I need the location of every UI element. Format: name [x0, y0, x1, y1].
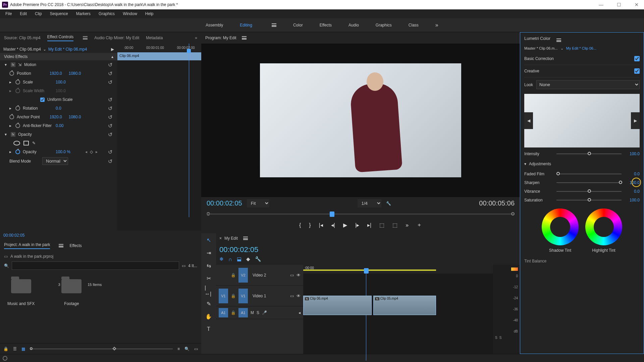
workspace-effects[interactable]: Effects [320, 23, 332, 27]
twirl-right-icon[interactable]: ▸ [9, 80, 13, 84]
sequence-name[interactable]: My Edit [224, 236, 238, 241]
play-button[interactable]: ▶ [343, 222, 347, 228]
rect-mask-icon[interactable] [23, 141, 29, 145]
reset-position-button[interactable] [108, 70, 114, 76]
twirl-right-icon[interactable]: ▸ [9, 149, 13, 154]
list-view-icon[interactable]: ☰ [13, 347, 17, 351]
reset-motion-button[interactable] [108, 62, 114, 68]
mute-button[interactable]: M [251, 310, 254, 315]
menu-window[interactable]: Window [119, 10, 141, 17]
video-effects-header[interactable]: Video Effects ▴ [0, 53, 117, 60]
stopwatch-icon[interactable] [15, 80, 20, 84]
new-bin-icon[interactable]: ▭ [182, 263, 185, 268]
workspace-assembly[interactable]: Assembly [206, 23, 223, 27]
vibrance-slider[interactable] [556, 191, 622, 192]
source-tabs-overflow-icon[interactable]: » [195, 36, 197, 40]
menu-markers[interactable]: Markers [73, 10, 94, 17]
reset-opacity-section-button[interactable] [108, 131, 114, 137]
timeline-menu-icon[interactable] [243, 237, 248, 240]
lumetri-menu-icon[interactable] [556, 39, 561, 42]
fx-badge[interactable]: fx [11, 62, 15, 67]
menu-sequence[interactable]: Sequence [47, 10, 71, 17]
toggle-output-icon[interactable]: ▭ [290, 273, 294, 278]
project-panel-menu-icon[interactable] [59, 244, 63, 247]
chevron-down-icon[interactable]: ⌄ [560, 46, 564, 51]
intensity-value[interactable]: 100.0 [625, 152, 640, 156]
workspace-editing[interactable]: Editing [240, 23, 252, 27]
workspace-audio[interactable]: Audio [348, 23, 359, 27]
linked-selection-icon[interactable]: ∩ [228, 256, 232, 262]
ec-timeline[interactable]: :00:00 00:00:01:00 00:00:02:00 Clip 06.m… [117, 44, 201, 231]
go-to-out-icon[interactable]: ▸| [367, 222, 371, 228]
close-sequence-icon[interactable]: × [219, 236, 222, 241]
transport-overflow-icon[interactable]: » [406, 222, 409, 228]
go-to-in-icon[interactable]: |◂ [319, 222, 323, 228]
razor-tool[interactable]: ✂ [205, 274, 213, 282]
tab-audio-mixer[interactable]: Audio Clip Mixer: My Edit [94, 36, 139, 40]
effect-controls-menu-icon[interactable] [83, 36, 88, 40]
saturation-value[interactable]: 100.0 [625, 198, 640, 202]
marker-icon[interactable]: ◆ [246, 256, 250, 262]
reset-opacity-button[interactable] [108, 149, 114, 155]
twirl-down-icon[interactable]: ▾ [5, 132, 8, 137]
collapse-icon[interactable]: ▴ [111, 54, 113, 59]
pen-tool[interactable]: ✎ [205, 300, 213, 308]
timeline-clip-area[interactable]: :00:00 fxClip 06.mp4 fxClip 05.mp4 [303, 265, 493, 354]
tab-source[interactable]: Source: Clip 05.mp4 [4, 36, 41, 40]
a1-source[interactable]: A1 [219, 308, 228, 317]
fit-select[interactable]: Fit [247, 199, 269, 207]
scrub-track[interactable] [207, 214, 515, 215]
faded-film-slider[interactable] [556, 174, 622, 174]
hand-tool[interactable]: ✋ [205, 312, 213, 320]
mark-out-icon[interactable]: } [309, 222, 311, 228]
blend-mode-select[interactable]: Normal [42, 157, 68, 165]
timeline-ruler[interactable]: :00:00 [303, 265, 493, 274]
color-wheel-icon[interactable] [542, 208, 579, 245]
menu-file[interactable]: File [2, 10, 15, 17]
program-viewer[interactable] [201, 44, 520, 197]
stopwatch-icon[interactable] [9, 115, 14, 119]
timeline-timecode[interactable]: 00:00:02:05 [216, 243, 520, 256]
sort-icon[interactable]: ≡ [177, 347, 180, 351]
workspace-overflow-icon[interactable]: » [435, 22, 438, 28]
menu-help[interactable]: Help [142, 10, 157, 17]
step-forward-icon[interactable]: |▸ [355, 222, 359, 228]
find-icon[interactable]: 🔍 [184, 347, 190, 351]
reset-anchor-button[interactable] [108, 114, 114, 120]
shadow-tint-wheel[interactable]: Shadow Tint [542, 208, 579, 253]
minimize-button[interactable]: — [599, 2, 603, 7]
sharpen-value[interactable]: 100.0 [625, 180, 640, 185]
twirl-right-icon[interactable]: ▸ [9, 123, 13, 128]
menu-edit[interactable]: Edit [16, 10, 30, 17]
position-y[interactable]: 1080.0 [69, 71, 81, 76]
faded-film-value[interactable]: 0.0 [625, 172, 640, 176]
anchor-x[interactable]: 1920.0 [50, 115, 62, 119]
step-back-icon[interactable]: ◂| [331, 222, 335, 228]
pen-mask-icon[interactable]: ✎ [32, 141, 36, 145]
twirl-right-icon[interactable]: ▸ [9, 106, 13, 111]
mark-in-icon[interactable]: { [299, 222, 301, 228]
lock-icon[interactable]: 🔒 [231, 294, 236, 298]
stopwatch-icon[interactable] [9, 71, 14, 76]
selection-tool[interactable]: ↖ [205, 236, 213, 244]
scale-value[interactable]: 100.0 [56, 80, 66, 84]
toggle-output-icon[interactable]: ▭ [290, 294, 294, 298]
rotation-value[interactable]: 0.0 [56, 106, 61, 111]
reset-scale-button[interactable] [108, 79, 114, 85]
program-scrubber[interactable] [207, 209, 515, 219]
stopwatch-active-icon[interactable] [15, 149, 20, 154]
workspace-options-icon[interactable] [272, 23, 276, 27]
v2-target[interactable]: V2 [238, 268, 248, 283]
ellipse-mask-icon[interactable] [13, 141, 20, 145]
twirl-down-icon[interactable]: ▾ [524, 162, 526, 166]
anchor-y[interactable]: 1080.0 [69, 115, 81, 119]
add-keyframe-icon[interactable]: ◇ [90, 149, 93, 154]
ec-sequence-clip[interactable]: My Edit * Clip 06.mp4 [48, 47, 87, 52]
program-menu-icon[interactable] [242, 36, 247, 40]
prev-keyframe-icon[interactable]: ◂ [85, 149, 87, 154]
lock-icon[interactable]: 🔒 [3, 347, 8, 351]
add-button-icon[interactable]: ＋ [417, 222, 422, 229]
stopwatch-icon[interactable] [15, 123, 20, 128]
uniform-scale-checkbox[interactable] [40, 98, 45, 102]
workspace-class[interactable]: Class [409, 23, 419, 27]
